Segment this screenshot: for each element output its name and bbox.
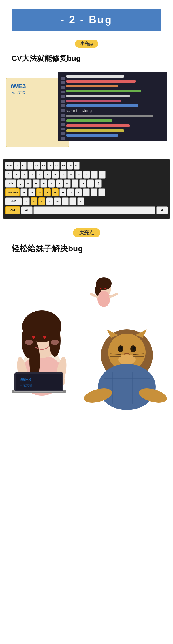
gutter-dot [61,109,65,112]
svg-point-24 [51,340,59,345]
key-alt-left[interactable]: Alt [21,206,33,214]
key-f9[interactable]: F9 [67,162,73,170]
key-quote[interactable]: ' [98,188,105,196]
svg-text:♥: ♥ [104,287,106,290]
key-1[interactable]: 1 [13,171,20,179]
svg-rect-67 [14,391,63,392]
key-slash[interactable]: / [77,197,84,205]
key-o[interactable]: O [79,179,86,188]
key-f8[interactable]: F8 [61,162,66,170]
key-f7[interactable]: F7 [27,162,33,170]
key-caps-lock[interactable]: Caps Lock [5,188,20,196]
gutter-dot [61,81,65,84]
svg-point-41 [120,347,122,350]
key-space[interactable] [33,206,155,214]
key-l[interactable]: L [83,188,90,196]
key-8[interactable]: 8 [67,171,74,179]
key-k[interactable]: K [75,188,82,196]
key-tab[interactable]: Tab [5,179,16,188]
gutter-dot [61,118,65,121]
key-alt-right[interactable]: Alt [156,206,168,214]
svg-point-51 [98,364,156,410]
key-4[interactable]: 4 [36,171,43,179]
key-lbracket[interactable]: [ [95,179,102,188]
gutter-dot [61,91,65,93]
key-z[interactable]: Z [23,197,30,205]
key-f5[interactable]: F5 [41,162,46,170]
key-5[interactable]: 5 [44,171,51,179]
key-s[interactable]: S [28,188,35,196]
illustration-svg: ♥ ♥ ♥ ♥ [0,260,173,410]
svg-rect-10 [66,124,130,127]
key-comma[interactable]: , [62,197,69,205]
key-j[interactable]: J [67,188,74,196]
key-h[interactable]: H [59,188,66,196]
key-f1[interactable]: F1 [14,162,20,170]
key-semicolon[interactable]: : [91,188,97,196]
code-editor: var int = string [58,72,167,141]
key-f6[interactable]: F6 [47,162,53,170]
key-q[interactable]: Q [17,179,24,188]
svg-text:♥: ♥ [100,287,102,290]
gutter-dot [61,95,65,98]
key-f4[interactable]: F4 [34,162,40,170]
key-f-highlight[interactable]: F [44,188,51,196]
key-p[interactable]: P [87,179,94,188]
key-c[interactable]: C [31,197,37,205]
svg-text:♥: ♥ [32,334,35,341]
key-i[interactable]: I [72,179,78,188]
svg-line-36 [110,294,117,297]
illustration-section: ♥ ♥ ♥ ♥ [0,260,173,410]
key-ctrl[interactable]: Ctrl [5,206,20,214]
header-banner: - 2 - Bug [12,9,161,31]
gutter-dot [61,114,65,117]
small-badge-container: 小亮点 [0,40,173,48]
logo-sub: 南京艾瑞 [10,90,26,95]
iweb3-logo: iWE3 南京艾瑞 [10,83,26,95]
key-backtick[interactable]: ` [5,171,12,179]
key-t[interactable]: T [48,179,55,188]
svg-rect-11 [66,129,124,132]
key-y[interactable]: Y [56,179,63,188]
code-lines-svg: var int = string [66,75,164,138]
subtitle-1: CV大法就能修复bug [0,50,173,69]
key-7[interactable]: 7 [60,171,67,179]
key-e[interactable]: E [33,179,40,188]
svg-rect-2 [66,85,118,87]
key-f10[interactable]: F1₀ [74,162,80,170]
key-shift[interactable]: Shift [5,197,22,205]
key-u[interactable]: U [64,179,71,188]
key-6[interactable]: 6 [52,171,59,179]
svg-rect-4 [66,95,130,97]
key-2[interactable]: 2 [21,171,28,179]
gutter-dot [61,86,65,89]
key-esc[interactable]: Esc [5,162,13,170]
key-3[interactable]: 3 [29,171,35,179]
key-f7b[interactable]: F7 [54,162,60,170]
key-minus[interactable]: - [91,171,98,179]
svg-text:iWE3: iWE3 [20,377,31,382]
key-v[interactable]: V [38,197,45,205]
key-d-highlight[interactable]: D [36,188,43,196]
svg-text:♥: ♥ [43,334,46,341]
key-g-highlight[interactable]: G [52,188,59,196]
gutter-dot [61,132,65,135]
svg-rect-1 [66,80,136,83]
keyboard-row-numbers: ` 1 2 3 4 5 6 7 8 9 0 - = [5,171,168,179]
big-badge-container: 大亮点 [0,228,173,237]
page-title: - 2 - Bug [20,14,153,26]
key-period[interactable]: . [69,197,76,205]
logo-main: iWE3 [10,83,26,90]
key-w[interactable]: W [25,179,32,188]
key-f2[interactable]: F2 [21,162,27,170]
key-m[interactable]: M [54,197,61,205]
gutter-dot [61,137,65,140]
key-9[interactable]: 9 [75,171,82,179]
svg-rect-5 [66,100,121,102]
key-equals[interactable]: = [99,171,106,179]
keyboard-row-bottom: Ctrl Alt Alt [5,206,168,214]
key-r[interactable]: R [40,179,47,188]
key-0[interactable]: 0 [83,171,90,179]
key-a[interactable]: A [20,188,27,196]
key-n[interactable]: N [46,197,53,205]
